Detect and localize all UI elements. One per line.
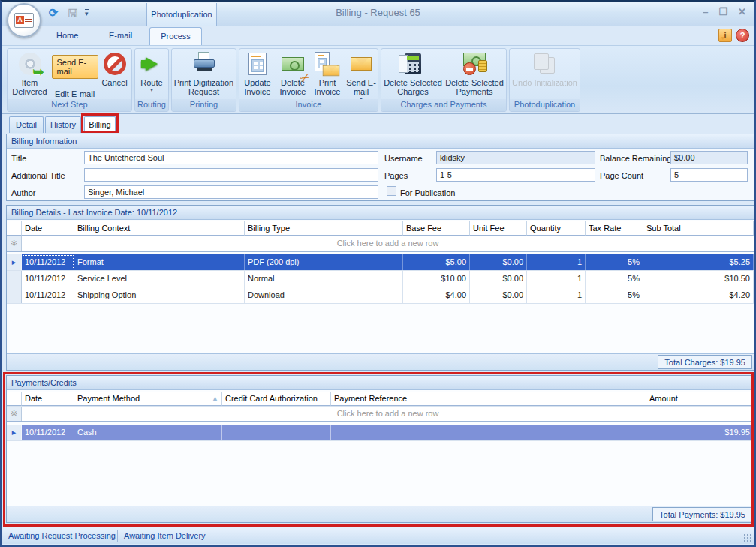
tab-process[interactable]: Process <box>149 27 202 45</box>
author-field[interactable]: Singer, Michael <box>84 185 378 199</box>
author-label: Author <box>11 186 35 200</box>
col-unit-fee[interactable]: Unit Fee <box>470 221 527 236</box>
cell-cc-auth[interactable] <box>222 425 331 440</box>
item-delivered-icon: ➥ <box>17 51 43 77</box>
col-sub-total[interactable]: Sub Total <box>643 221 754 236</box>
cancel-button[interactable]: Cancel <box>98 49 131 87</box>
pages-field[interactable]: 1-5 <box>436 168 595 182</box>
customize-toolbar-dropdown-icon[interactable]: ▾ <box>85 9 89 17</box>
refresh-icon[interactable]: ⟳ <box>46 5 61 20</box>
cell-quantity[interactable]: 1 <box>527 287 586 303</box>
col-tax-rate[interactable]: Tax Rate <box>586 221 643 236</box>
close-button[interactable]: ✕ <box>738 6 746 17</box>
add-new-row[interactable]: ※ Click here to add a new row <box>7 407 754 422</box>
tab-history[interactable]: History <box>45 116 81 133</box>
cell-unit-fee[interactable]: $0.00 <box>470 254 527 270</box>
cell-sub-total[interactable]: $5.25 <box>643 254 754 270</box>
send-email-button[interactable]: Send E-mail <box>52 55 98 79</box>
cell-type[interactable]: Normal <box>245 271 403 287</box>
table-row[interactable]: ▸ 10/11/2012 Cash $19.95 <box>7 425 754 441</box>
tab-billing[interactable]: Billing <box>84 116 116 133</box>
cell-quantity[interactable]: 1 <box>527 254 586 270</box>
col-billing-context[interactable]: Billing Context <box>74 221 245 236</box>
total-charges: Total Charges: $19.95 <box>658 355 752 369</box>
group-label-printing: Printing <box>172 99 236 111</box>
cell-context[interactable]: Format <box>74 254 245 270</box>
item-delivered-button[interactable]: ➥ Item Delivered <box>8 49 52 96</box>
cell-tax-rate[interactable]: 5% <box>586 287 643 303</box>
cell-amount[interactable]: $19.95 <box>646 425 754 440</box>
route-button[interactable]: Route ▾ <box>135 49 168 93</box>
cell-unit-fee[interactable]: $0.00 <box>470 271 527 287</box>
status-request-processing: Awaiting Request Processing <box>8 527 116 544</box>
col-base-fee[interactable]: Base Fee <box>403 221 470 236</box>
cell-sub-total[interactable]: $4.20 <box>643 287 754 303</box>
billing-details-section: Billing Details - Last Invoice Date: 10/… <box>6 205 754 371</box>
cell-date[interactable]: 10/11/2012 <box>22 425 74 440</box>
update-invoice-button[interactable]: Update Invoice <box>239 49 276 96</box>
help-icon[interactable]: ? <box>736 29 749 42</box>
cell-unit-fee[interactable]: $0.00 <box>470 287 527 303</box>
cell-base-fee[interactable]: $4.00 <box>403 287 470 303</box>
edit-email-button[interactable]: Edit E-mail <box>55 89 95 98</box>
minimize-button[interactable]: – <box>703 6 708 17</box>
group-label-invoice: Invoice <box>239 99 378 111</box>
delete-selected-payments-button[interactable]: Delete Selected Payments <box>444 49 505 96</box>
cell-method[interactable]: Cash <box>74 425 222 440</box>
delete-payments-icon <box>462 51 487 77</box>
cell-type[interactable]: Download <box>245 287 403 303</box>
route-icon <box>139 51 164 77</box>
col-cc-authorization[interactable]: Credit Card Authorization <box>222 392 331 406</box>
col-payment-method[interactable]: Payment Method ▲ <box>74 392 222 406</box>
cell-base-fee[interactable]: $10.00 <box>403 271 470 287</box>
tab-detail[interactable]: Detail <box>9 116 44 133</box>
app-window: Billing - Request 65 – ❐ ✕ A ⟳ 🖫 ▾ Photo… <box>0 0 756 547</box>
status-item-delivery: Awaiting Item Delivery <box>124 527 206 544</box>
cell-date[interactable]: 10/11/2012 <box>22 271 74 287</box>
tab-home[interactable]: Home <box>44 27 90 45</box>
table-row[interactable]: ▸ 10/11/2012 Format PDF (200 dpi) $5.00 … <box>7 254 754 271</box>
title-field[interactable]: The Untethered Soul <box>84 151 378 164</box>
col-date[interactable]: Date <box>22 221 74 236</box>
resize-grip[interactable] <box>744 534 751 542</box>
for-publication-checkbox[interactable] <box>387 186 396 196</box>
additional-title-field[interactable] <box>84 168 378 182</box>
col-billing-type[interactable]: Billing Type <box>245 221 403 236</box>
delete-selected-charges-button[interactable]: Delete Selected Charges <box>382 49 444 96</box>
cell-type[interactable]: PDF (200 dpi) <box>245 254 403 270</box>
cell-context[interactable]: Service Level <box>74 271 245 287</box>
print-digitization-label: Print Digitization Request <box>173 78 236 96</box>
col-amount[interactable]: Amount <box>646 392 754 406</box>
cell-tax-rate[interactable]: 5% <box>586 271 643 287</box>
print-digitization-request-button[interactable]: Print Digitization Request <box>173 49 236 96</box>
save-icon[interactable]: 🖫 <box>65 5 80 20</box>
maximize-button[interactable]: ❐ <box>718 6 727 17</box>
cell-context[interactable]: Shipping Option <box>74 287 245 303</box>
cell-base-fee[interactable]: $5.00 <box>403 254 470 270</box>
send-invoice-email-button[interactable]: Send E-mail ▾ <box>345 49 378 102</box>
cell-sub-total[interactable]: $10.50 <box>643 271 754 287</box>
cancel-label: Cancel <box>101 78 127 87</box>
add-new-row[interactable]: ※ Click here to add a new row <box>7 236 754 252</box>
col-payment-reference[interactable]: Payment Reference <box>331 392 646 406</box>
delete-invoice-button[interactable]: ✂ Delete Invoice <box>276 49 310 96</box>
cell-date[interactable]: 10/11/2012 <box>22 287 74 303</box>
col-date[interactable]: Date <box>22 392 74 406</box>
table-row[interactable]: 10/11/2012 Shipping Option Download $4.0… <box>7 287 754 304</box>
cell-reference[interactable] <box>331 425 646 440</box>
username-label: Username <box>384 152 423 165</box>
cell-quantity[interactable]: 1 <box>527 271 586 287</box>
ribbon-group-charges-payments: Delete Selected Charges Delete Selected … <box>381 48 507 112</box>
table-row[interactable]: 10/11/2012 Service Level Normal $10.00 $… <box>7 271 754 287</box>
tab-email[interactable]: E-mail <box>97 27 144 45</box>
page-count-field[interactable]: 5 <box>670 168 748 182</box>
col-quantity[interactable]: Quantity <box>527 221 586 236</box>
print-invoice-button[interactable]: Print Invoice <box>310 49 345 96</box>
title-bar: Billing - Request 65 – ❐ ✕ <box>2 2 754 26</box>
info-icon[interactable]: i▾ <box>718 29 732 42</box>
calculator-icon <box>400 51 426 77</box>
application-menu-button[interactable]: A <box>7 3 41 38</box>
cancel-icon <box>102 51 128 77</box>
cell-tax-rate[interactable]: 5% <box>586 254 643 270</box>
cell-date[interactable]: 10/11/2012 <box>22 254 74 270</box>
